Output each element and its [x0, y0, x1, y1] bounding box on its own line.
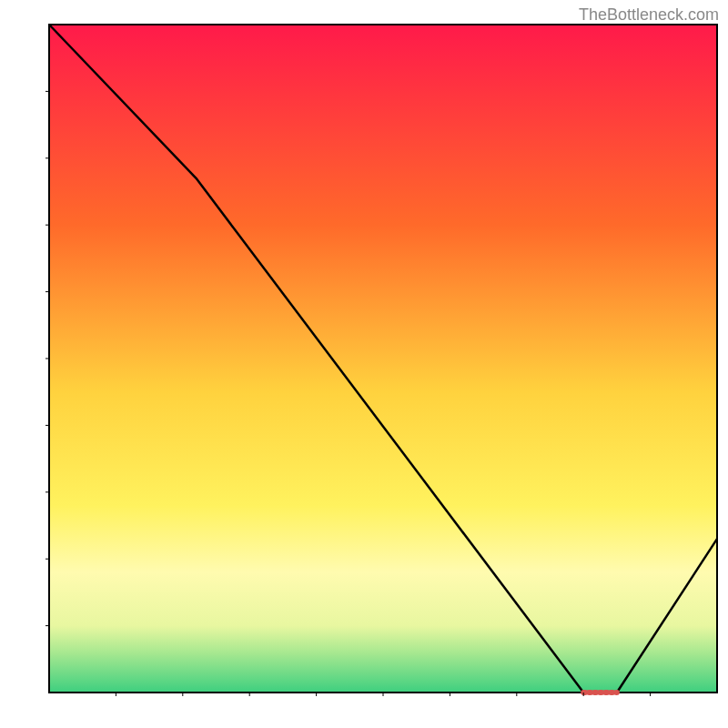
chart-canvas — [0, 0, 728, 728]
gradient-background — [49, 25, 717, 693]
bottleneck-chart: TheBottleneck.com — [0, 0, 728, 728]
